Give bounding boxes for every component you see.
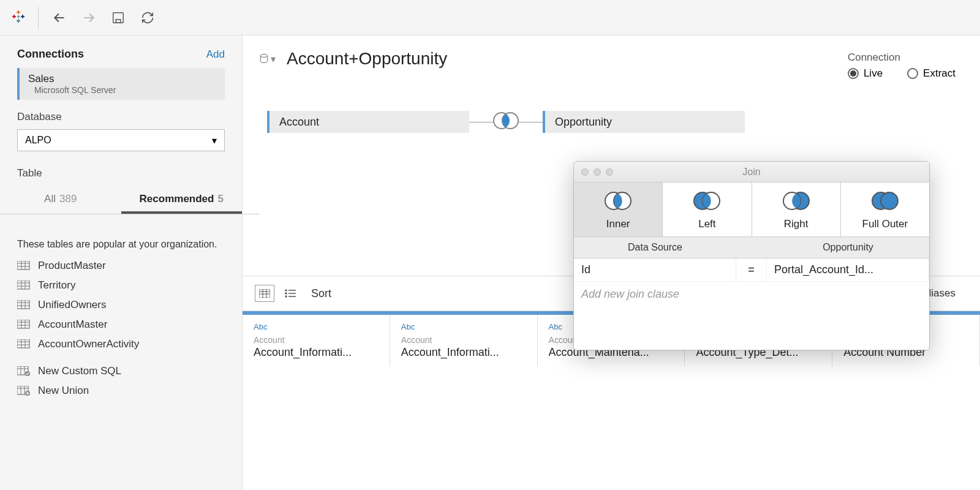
tableau-logo-icon xyxy=(11,9,26,26)
table-icon xyxy=(17,320,31,330)
join-type-right[interactable]: Right xyxy=(752,183,841,236)
clause-header-right: Opportunity xyxy=(767,237,929,258)
connection-name: Sales xyxy=(28,73,216,85)
save-button[interactable] xyxy=(110,9,127,26)
table-item[interactable]: AccountMaster xyxy=(17,318,225,331)
back-button[interactable] xyxy=(51,9,68,26)
union-icon xyxy=(17,386,31,396)
connection-type: Microsoft SQL Server xyxy=(34,85,216,95)
database-value: ALPO xyxy=(25,135,51,146)
tables-description: These tables are popular at your organiz… xyxy=(17,227,225,260)
popup-title: Join xyxy=(574,167,929,178)
connection-label: Connection xyxy=(848,51,956,64)
join-table-right[interactable]: Opportunity xyxy=(543,111,745,133)
add-join-clause[interactable]: Add new join clause xyxy=(574,282,929,350)
clause-right-field[interactable]: Portal_Account_Id... xyxy=(767,258,929,281)
grid-column[interactable]: AbcAccountAccount_Informati... xyxy=(243,315,390,366)
join-popup: Join InnerLeftRightFull Outer Data Sourc… xyxy=(573,161,930,350)
svg-point-70 xyxy=(881,192,898,209)
grid-view-button[interactable] xyxy=(255,285,274,302)
connections-heading: Connections xyxy=(17,48,84,61)
table-label: Table xyxy=(17,167,225,179)
svg-rect-11 xyxy=(116,19,120,23)
table-item[interactable]: ProductMaster xyxy=(17,260,225,272)
table-icon xyxy=(17,281,31,290)
join-type-left[interactable]: Left xyxy=(663,183,752,236)
column-type: Abc xyxy=(401,322,526,331)
connection-extract-radio[interactable]: Extract xyxy=(907,67,956,80)
app-toolbar xyxy=(0,0,980,36)
venn-full-outer-icon xyxy=(841,190,929,214)
svg-rect-17 xyxy=(17,281,29,289)
chevron-down-icon: ▾ xyxy=(212,135,217,146)
table-icon xyxy=(17,261,31,271)
forward-button[interactable] xyxy=(80,9,97,26)
database-select[interactable]: ALPO ▾ xyxy=(17,129,225,151)
svg-point-49 xyxy=(260,54,267,57)
connection-options: Connection Live Extract xyxy=(848,51,956,80)
table-item[interactable]: Territory xyxy=(17,279,225,292)
datasource-icon[interactable]: ▾ xyxy=(260,51,276,67)
clause-operator[interactable]: = xyxy=(736,258,767,281)
svg-rect-22 xyxy=(17,300,29,309)
join-type-full-outer[interactable]: Full Outer xyxy=(841,183,929,236)
svg-rect-10 xyxy=(113,12,124,23)
join-table-left[interactable]: Account xyxy=(267,111,469,133)
canvas: ▾ Account+Opportunity Connection Live Ex… xyxy=(243,36,980,490)
tab-all[interactable]: All389 xyxy=(0,187,121,214)
venn-inner-icon xyxy=(574,190,662,214)
join-venn-icon[interactable] xyxy=(491,110,521,134)
column-source: Account xyxy=(254,335,379,345)
clause-left-field[interactable]: Id xyxy=(574,258,736,281)
sidebar: Connections Add Sales Microsoft SQL Serv… xyxy=(0,36,243,490)
svg-rect-12 xyxy=(17,261,29,270)
join-type-inner[interactable]: Inner xyxy=(574,183,663,236)
connection-live-radio[interactable]: Live xyxy=(848,67,883,80)
column-source: Account xyxy=(401,335,526,345)
list-view-button[interactable] xyxy=(281,285,300,302)
svg-rect-32 xyxy=(17,339,29,348)
table-icon xyxy=(17,300,31,310)
table-item[interactable]: UnifiedOwners xyxy=(17,299,225,311)
table-item[interactable]: AccountOwnerActivity xyxy=(17,338,225,350)
new-union[interactable]: New Union xyxy=(17,385,225,397)
add-connection-link[interactable]: Add xyxy=(206,48,225,61)
clause-header-left: Data Source xyxy=(574,237,736,258)
sql-icon xyxy=(17,366,31,376)
column-name: Account_Informati... xyxy=(254,346,379,359)
grid-column[interactable]: AbcAccountAccount_Informati... xyxy=(390,315,538,366)
sort-label[interactable]: Sort xyxy=(311,287,331,300)
column-name: Account_Informati... xyxy=(401,346,526,359)
tab-recommended[interactable]: Recommended5 xyxy=(121,187,243,214)
svg-point-59 xyxy=(285,293,287,294)
svg-rect-52 xyxy=(259,289,270,298)
svg-rect-27 xyxy=(17,320,29,328)
refresh-button[interactable] xyxy=(139,9,156,26)
venn-right-icon xyxy=(752,190,840,214)
popup-titlebar[interactable]: Join xyxy=(574,162,929,183)
table-icon xyxy=(17,339,31,349)
column-type: Abc xyxy=(254,322,379,331)
new-custom-sql[interactable]: New Custom SQL xyxy=(17,365,225,377)
database-label: Database xyxy=(17,111,225,123)
svg-point-61 xyxy=(285,296,287,297)
connection-item[interactable]: Sales Microsoft SQL Server xyxy=(17,68,225,100)
svg-point-57 xyxy=(285,290,287,291)
venn-left-icon xyxy=(663,190,751,214)
